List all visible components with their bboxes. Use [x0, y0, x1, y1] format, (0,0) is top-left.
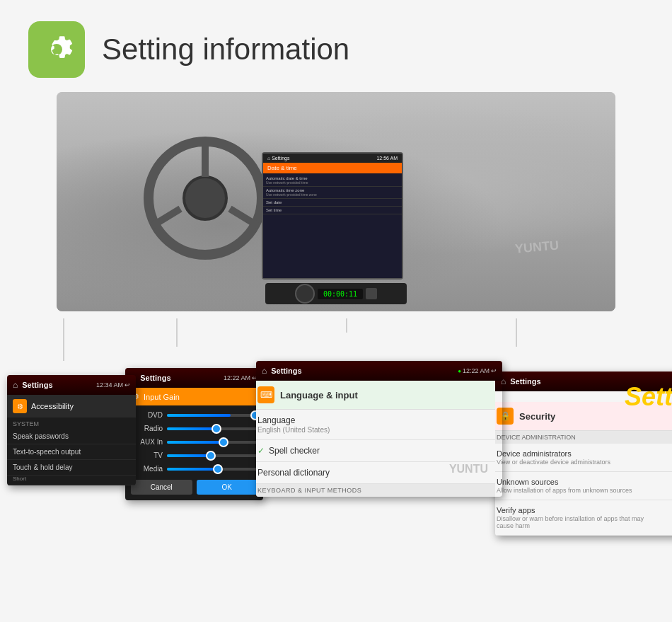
accessibility-icon: ⚙ — [13, 399, 27, 413]
panel3-time: 12:22 AM — [463, 367, 489, 374]
steering-wheel-icon — [141, 134, 269, 262]
setting-watermark: Setting — [625, 382, 672, 412]
panel1-body: ⚙ Accessibility SYSTEM Speak passwords T… — [7, 395, 136, 485]
yuntu-watermark-3: YUNTU — [449, 463, 488, 476]
page-header: Setting information — [0, 0, 672, 92]
device-admin-label: Device administrators — [497, 449, 610, 458]
device-admin-left: Device administrators View or deactivate… — [497, 449, 610, 466]
radio-gain-row: Radio — [131, 425, 257, 432]
panel3-header: ⌂ Settings ● 12:22 AM ↩ — [256, 361, 502, 381]
media-slider[interactable] — [167, 468, 257, 471]
device-admin-section: DEVICE ADMINISTRATION — [495, 431, 672, 444]
svg-point-1 — [184, 177, 226, 219]
panel2-btn-row: Cancel OK — [131, 480, 257, 495]
settings-icon-box — [28, 21, 85, 78]
panel3-status: ● 12:22 AM ↩ — [458, 367, 497, 374]
panel2-header: ⌂ Settings 12:22 AM ↩ — [125, 368, 263, 388]
auxin-slider[interactable] — [167, 441, 257, 444]
car-unit-screen: ⌂ Settings 12:56 AM Date & time Automati… — [262, 152, 403, 280]
verify-apps-left: Verify apps Disallow or warn before inst… — [497, 506, 652, 529]
device-admin-sub: View or deactivate device administrators — [497, 459, 610, 466]
language-input-label: Language & input — [280, 390, 358, 401]
accessibility-active-item[interactable]: ⚙ Accessibility — [7, 395, 136, 417]
language-item[interactable]: Language English (United States) — [256, 410, 495, 440]
language-sub: English (United States) — [257, 426, 487, 434]
unknown-sources-label: Unknown sources — [497, 478, 632, 486]
unknown-sources-left: Unknown sources Allow installation of ap… — [497, 478, 632, 494]
media-gain-row: Media — [131, 465, 257, 473]
panel4-body: 🔒 Security DEVICE ADMINISTRATION Setting… — [495, 402, 672, 536]
touch-hold-sub: Short — [7, 476, 136, 485]
panels-container: ⌂ Settings 12:34 AM ↩ ⚙ Accessibility SY… — [0, 361, 672, 616]
dvd-gain-row: DVD — [131, 411, 257, 419]
tv-slider[interactable] — [167, 454, 257, 457]
panel2-time: 12:22 AM — [224, 374, 250, 381]
radio-slider[interactable] — [167, 427, 257, 430]
input-gain-panel: ⌂ Settings 12:22 AM ↩ ⚙ Input Gain DVD R… — [125, 368, 263, 500]
verify-apps-label: Verify apps — [497, 506, 652, 514]
verify-apps-sub: Disallow or warn before installation of … — [497, 515, 652, 529]
panel4-title: Settings — [510, 377, 540, 386]
keyboard-section-header: KEYBOARD & INPUT METHODS — [256, 484, 495, 497]
back-icon-3: ↩ — [491, 367, 497, 374]
car-image: ⌂ Settings 12:56 AM Date & time Automati… — [57, 92, 615, 311]
spell-checker-label: Spell checker — [269, 446, 320, 456]
panel3-title: Settings — [271, 367, 301, 375]
panel1-time: 12:34 AM — [96, 381, 123, 388]
home-icon: ⌂ — [13, 380, 18, 390]
unknown-sources-sub: Allow installation of apps from unknown … — [497, 487, 632, 494]
back-icon: ↩ — [124, 381, 130, 388]
panel1-status: 12:34 AM ↩ — [96, 381, 130, 388]
panel2-status: 12:22 AM ↩ — [224, 374, 257, 381]
panel2-body: DVD Radio AUX In — [125, 405, 263, 500]
accessibility-panel: ⌂ Settings 12:34 AM ↩ ⚙ Accessibility SY… — [7, 375, 136, 485]
panel1-title: Settings — [22, 381, 52, 389]
spell-checker-item[interactable]: ✓ Spell checker — [256, 440, 495, 462]
ok-button[interactable]: OK — [197, 480, 258, 495]
unknown-sources-item[interactable]: Unknown sources Allow installation of ap… — [495, 472, 672, 500]
tts-output-item[interactable]: Text-to-speech output — [7, 444, 136, 460]
security-panel: ⌂ Settings ● 12:28 AM ↩ 🔒 Security DEVIC… — [495, 372, 672, 536]
system-section-label: SYSTEM — [7, 417, 136, 429]
page-title: Setting information — [102, 33, 349, 67]
accessibility-label: Accessibility — [31, 402, 74, 410]
security-label: Security — [519, 411, 555, 422]
input-gain-label: Input Gain — [144, 393, 180, 401]
device-admin-item[interactable]: Device administrators View or deactivate… — [495, 444, 672, 472]
language-icon: ⌨ — [257, 386, 274, 403]
check-mark-icon: ✓ — [257, 446, 265, 456]
dvd-slider[interactable] — [167, 414, 257, 417]
gear-icon — [38, 31, 75, 68]
language-label: Language — [257, 415, 487, 425]
panel2-title: Settings — [140, 374, 170, 382]
language-active-item[interactable]: ⌨ Language & input — [256, 381, 495, 410]
verify-apps-item[interactable]: Verify apps Disallow or warn before inst… — [495, 500, 672, 536]
input-gain-header: ⚙ Input Gain — [125, 388, 263, 405]
tv-gain-row: TV — [131, 451, 257, 459]
touch-hold-item[interactable]: Touch & hold delay — [7, 460, 136, 476]
panel1-header: ⌂ Settings 12:34 AM ↩ — [7, 375, 136, 395]
cancel-button[interactable]: Cancel — [131, 480, 192, 495]
home-icon-3: ⌂ — [262, 366, 267, 376]
auxin-gain-row: AUX In — [131, 438, 257, 446]
language-input-panel: ⌂ Settings ● 12:22 AM ↩ ⌨ Language & inp… — [256, 361, 502, 497]
panel3-body: ⌨ Language & input Language English (Uni… — [256, 381, 495, 497]
speak-passwords-item[interactable]: Speak passwords — [7, 429, 136, 444]
